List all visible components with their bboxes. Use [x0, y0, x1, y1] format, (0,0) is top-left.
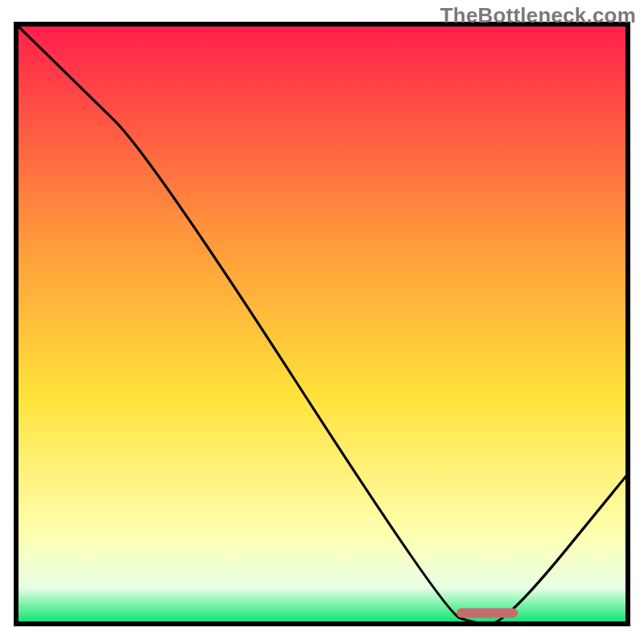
bottleneck-chart	[0, 0, 644, 644]
watermark-text: TheBottleneck.com	[440, 3, 636, 28]
chart-container: TheBottleneck.com	[0, 0, 644, 644]
optimal-marker	[456, 609, 518, 618]
